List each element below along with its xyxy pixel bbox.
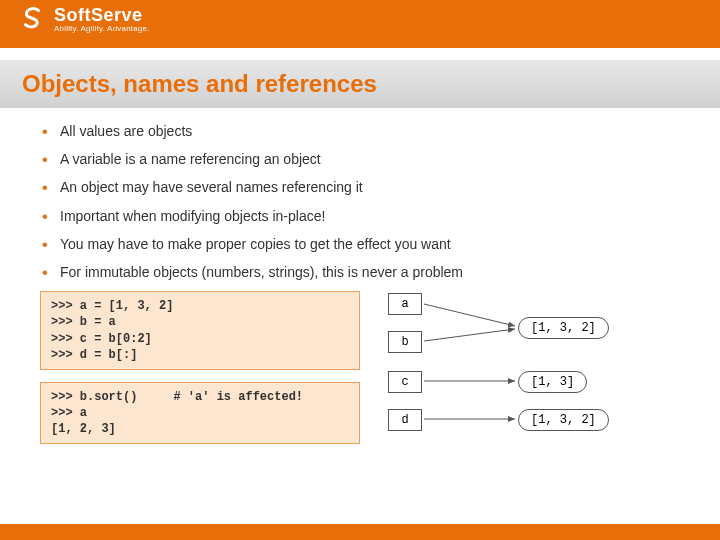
brand-name: SoftServe: [54, 5, 150, 26]
obj-box-c: [1, 3]: [518, 371, 587, 393]
header-bar: SoftServe Ability. Agility. Advantage.: [0, 0, 720, 48]
title-band: Objects, names and references: [0, 60, 720, 108]
var-box-a: a: [388, 293, 422, 315]
code-column: >>> a = [1, 3, 2] >>> b = a >>> c = b[0:…: [40, 291, 360, 461]
slide-title: Objects, names and references: [22, 70, 698, 98]
obj-box-d: [1, 3, 2]: [518, 409, 609, 431]
reference-diagram: a b c d [1, 3, 2] [1, 3] [1, 3, 2]: [380, 291, 690, 461]
slide-content: All values are objects A variable is a n…: [0, 108, 720, 281]
brand-tagline: Ability. Agility. Advantage.: [54, 24, 150, 33]
softserve-s-icon: [18, 4, 48, 34]
list-item: Important when modifying objects in-plac…: [40, 207, 680, 225]
var-box-d: d: [388, 409, 422, 431]
list-item: For immutable objects (numbers, strings)…: [40, 263, 680, 281]
list-item: An object may have several names referen…: [40, 178, 680, 196]
bullet-list: All values are objects A variable is a n…: [40, 122, 680, 281]
code-block-2: >>> b.sort() # 'a' is affected! >>> a [1…: [40, 382, 360, 445]
var-box-b: b: [388, 331, 422, 353]
footer-bar: [0, 524, 720, 540]
var-box-c: c: [388, 371, 422, 393]
code-block-1: >>> a = [1, 3, 2] >>> b = a >>> c = b[0:…: [40, 291, 360, 370]
svg-line-0: [424, 304, 515, 326]
svg-line-1: [424, 329, 515, 341]
list-item: A variable is a name referencing an obje…: [40, 150, 680, 168]
obj-box-ab: [1, 3, 2]: [518, 317, 609, 339]
list-item: All values are objects: [40, 122, 680, 140]
list-item: You may have to make proper copies to ge…: [40, 235, 680, 253]
lower-row: >>> a = [1, 3, 2] >>> b = a >>> c = b[0:…: [0, 291, 720, 461]
brand-logo: SoftServe Ability. Agility. Advantage.: [18, 4, 150, 34]
